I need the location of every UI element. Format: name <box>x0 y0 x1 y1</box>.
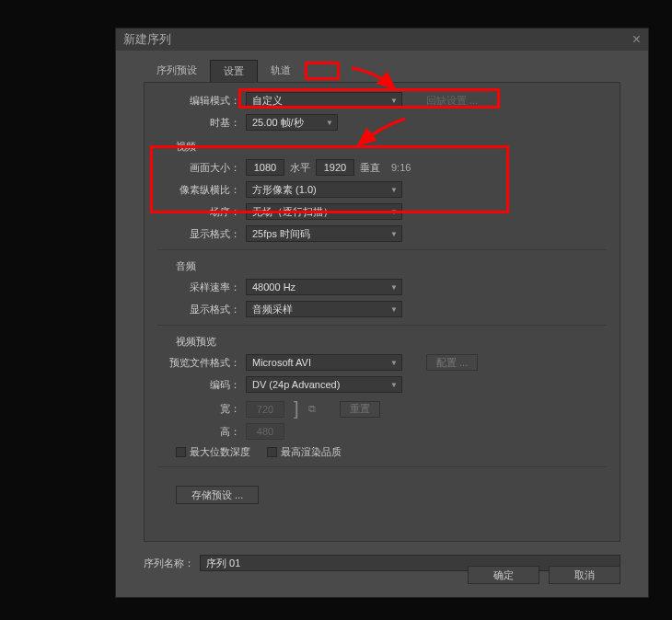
timebase-label: 时基： <box>157 116 240 130</box>
close-icon[interactable]: × <box>632 31 641 48</box>
preview-fmt-select[interactable]: Microsoft AVI▼ <box>246 354 402 371</box>
chevron-down-icon: ▼ <box>390 381 398 389</box>
divider <box>157 466 607 467</box>
sample-rate-label: 采样速率： <box>157 281 240 294</box>
cancel-button[interactable]: 取消 <box>549 566 620 584</box>
codec-select[interactable]: DV (24p Advanced)▼ <box>246 376 402 393</box>
video-section-title: 视频 <box>176 140 607 154</box>
sample-rate-select[interactable]: 48000 Hz▼ <box>246 279 402 295</box>
max-quality-checkbox[interactable]: 最高渲染品质 <box>267 445 342 459</box>
edit-mode-select[interactable]: 自定义▼ <box>246 92 402 109</box>
frame-size-label: 画面大小： <box>157 161 240 175</box>
video-disp-fmt-select[interactable]: 25fps 时间码▼ <box>246 225 402 242</box>
horiz-label: 水平 <box>290 161 310 175</box>
audio-section-title: 音频 <box>176 259 607 273</box>
chevron-down-icon: ▼ <box>390 186 398 194</box>
new-sequence-dialog: 新建序列 × 序列预设 设置 轨道 编辑模式： 自定义▼ 回缺设置 ... 时基… <box>115 28 649 598</box>
max-depth-checkbox[interactable]: 最大位数深度 <box>176 445 250 459</box>
chevron-down-icon: ▼ <box>390 208 398 216</box>
fields-label: 场序： <box>157 205 240 219</box>
preview-width-label: 宽： <box>157 402 240 416</box>
codec-label: 编码： <box>157 378 240 392</box>
preview-fmt-label: 预览文件格式： <box>157 356 240 370</box>
chevron-down-icon: ▼ <box>390 359 398 367</box>
preview-section-title: 视频预览 <box>176 335 607 349</box>
par-select[interactable]: 方形像素 (1.0)▼ <box>246 181 402 198</box>
checkbox-icon <box>267 447 277 457</box>
config-button[interactable]: 配置 ... <box>426 354 478 371</box>
chevron-down-icon: ▼ <box>390 305 398 314</box>
dialog-title: 新建序列 <box>123 31 171 48</box>
chevron-down-icon: ▼ <box>390 230 398 238</box>
footer-buttons: 确定 取消 <box>468 566 620 584</box>
video-disp-fmt-label: 显示格式： <box>157 227 240 241</box>
audio-disp-fmt-select[interactable]: 音频采样▼ <box>246 301 402 317</box>
settings-panel: 编辑模式： 自定义▼ 回缺设置 ... 时基： 25.00 帧/秒▼ 视频 画面… <box>144 82 620 542</box>
sequence-name-label: 序列名称： <box>144 557 194 570</box>
recover-settings-button[interactable]: 回缺设置 ... <box>417 92 487 109</box>
titlebar: 新建序列 × <box>116 29 648 51</box>
divider <box>157 249 607 250</box>
preview-height-label: 高： <box>157 425 240 439</box>
edit-mode-label: 编辑模式： <box>157 94 240 108</box>
save-preset-button[interactable]: 存储预设 ... <box>176 486 259 504</box>
preview-height-input: 480 <box>246 423 284 440</box>
fields-select[interactable]: 无场（逐行扫描）▼ <box>246 203 402 220</box>
reset-button[interactable]: 重置 <box>340 401 380 418</box>
tab-settings[interactable]: 设置 <box>210 60 258 82</box>
aspect-label: 9:16 <box>391 162 411 173</box>
vert-label: 垂直 <box>360 161 380 175</box>
tab-tracks[interactable]: 轨道 <box>258 60 304 82</box>
chevron-down-icon: ▼ <box>390 97 398 105</box>
height-input[interactable]: 1920 <box>316 159 354 176</box>
par-label: 像素纵横比： <box>157 183 240 197</box>
chevron-down-icon: ▼ <box>390 283 398 292</box>
preview-width-input: 720 <box>246 401 284 418</box>
width-input[interactable]: 1080 <box>246 159 284 176</box>
tab-presets[interactable]: 序列预设 <box>144 60 210 82</box>
link-icon[interactable]: ⧉ <box>308 403 316 415</box>
link-bracket-icon: ] <box>294 398 299 419</box>
chevron-down-icon: ▼ <box>326 119 333 127</box>
checkbox-icon <box>176 447 186 457</box>
timebase-select[interactable]: 25.00 帧/秒▼ <box>246 114 338 131</box>
audio-disp-fmt-label: 显示格式： <box>157 303 240 316</box>
divider <box>157 325 607 326</box>
tabs: 序列预设 设置 轨道 <box>116 51 648 82</box>
ok-button[interactable]: 确定 <box>468 566 539 584</box>
